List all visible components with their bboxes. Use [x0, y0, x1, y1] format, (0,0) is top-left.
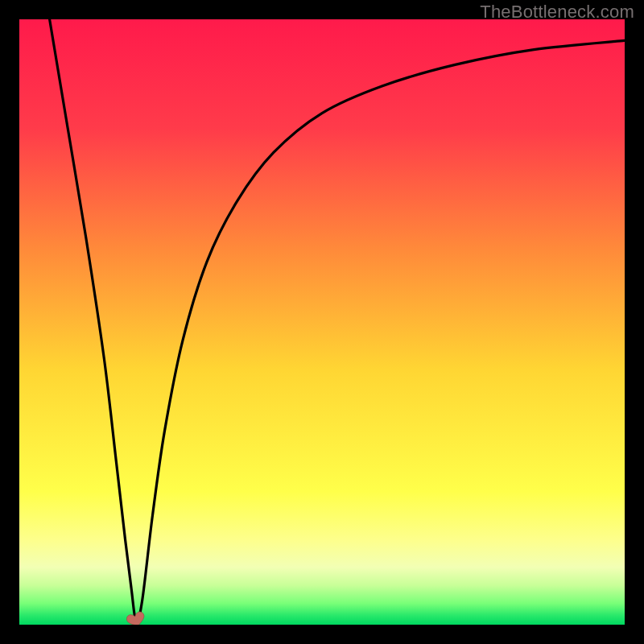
chart-frame: TheBottleneck.com: [0, 0, 644, 644]
plot-area: [19, 19, 625, 625]
curve-layer: [19, 19, 625, 625]
watermark-text: TheBottleneck.com: [480, 2, 634, 23]
bottleneck-curve: [50, 19, 625, 622]
